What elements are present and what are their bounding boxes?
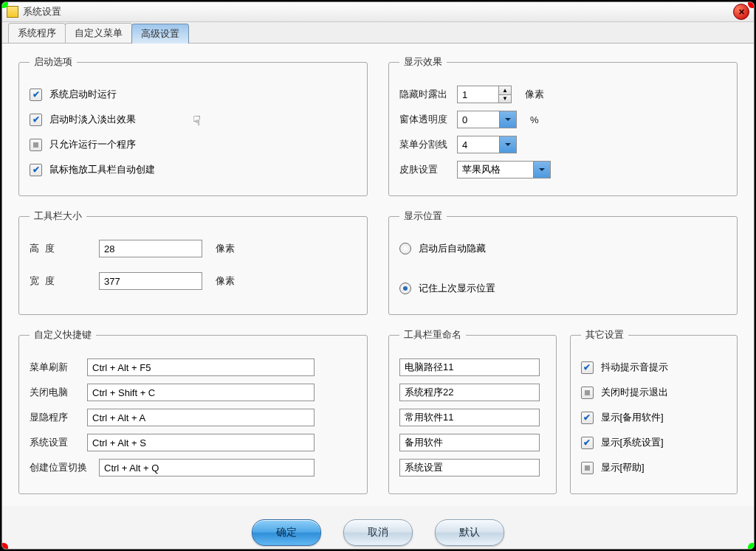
checkbox-show-settings[interactable] xyxy=(581,437,594,449)
divider-combo[interactable]: 4 xyxy=(457,136,517,153)
chevron-down-icon[interactable]: ▼ xyxy=(499,95,511,103)
label-divider: 菜单分割线 xyxy=(399,138,451,151)
group-other: 其它设置 抖动提示音提示 关闭时提示退出 显示[备用软件] 显示[系统设置] xyxy=(570,328,738,494)
checkbox-single-instance[interactable] xyxy=(30,139,42,151)
chevron-down-icon[interactable] xyxy=(533,162,550,178)
group-legend: 启动选项 xyxy=(30,55,77,69)
corner-dot xyxy=(748,543,755,550)
height-input[interactable] xyxy=(99,240,202,257)
checkbox-run-on-start[interactable] xyxy=(30,89,42,101)
divider-value: 4 xyxy=(458,136,499,153)
label-hk-create-switch: 创建位置切换 xyxy=(30,461,93,474)
label-skin: 皮肤设置 xyxy=(399,163,451,176)
label-single-instance: 只允许运行一个程序 xyxy=(49,138,136,151)
checkbox-drag-create[interactable] xyxy=(30,164,42,176)
checkbox-shake-sound[interactable] xyxy=(581,361,594,374)
label-fade: 启动时淡入淡出效果 xyxy=(49,113,136,126)
group-rename: 工具栏重命名 xyxy=(388,328,557,494)
titlebar: 系统设置 ✕ xyxy=(2,2,754,22)
app-icon xyxy=(7,6,18,18)
label-show-help: 显示[帮助] xyxy=(601,461,645,474)
checkbox-confirm-close[interactable] xyxy=(581,387,594,399)
button-bar: 确定 取消 默认 xyxy=(2,506,754,550)
window-title: 系统设置 xyxy=(23,5,61,18)
label-drag-create: 鼠标拖放工具栏自动创建 xyxy=(49,163,155,176)
group-legend: 自定义快捷键 xyxy=(30,328,96,342)
label-height: 高 度 xyxy=(30,242,93,255)
hk-create-switch-input[interactable] xyxy=(99,459,315,477)
label-width: 宽 度 xyxy=(30,274,93,288)
label-remember-position: 记住上次显示位置 xyxy=(419,282,495,295)
label-hk-toggle: 显隐程序 xyxy=(30,411,81,424)
label-confirm-close: 关闭时提示退出 xyxy=(601,386,668,399)
rename-input-1[interactable] xyxy=(399,358,540,376)
group-legend: 其它设置 xyxy=(581,328,628,342)
checkbox-show-backup[interactable] xyxy=(581,412,594,424)
group-size: 工具栏大小 高 度 像素 宽 度 像素 xyxy=(18,209,368,315)
tab-custom-menu[interactable]: 自定义菜单 xyxy=(65,23,132,43)
rename-input-4[interactable] xyxy=(399,434,540,451)
tabstrip: 系统程序 自定义菜单 高级设置 xyxy=(2,22,754,44)
label-show-backup: 显示[备用软件] xyxy=(601,411,664,424)
opacity-value: 0 xyxy=(458,111,499,128)
rename-input-5[interactable] xyxy=(399,459,540,477)
hk-settings-input[interactable] xyxy=(87,434,315,451)
label-show-settings: 显示[系统设置] xyxy=(601,436,664,449)
group-legend: 显示效果 xyxy=(399,55,447,69)
ok-button[interactable]: 确定 xyxy=(252,519,321,546)
label-hk-shutdown: 关闭电脑 xyxy=(30,386,81,399)
corner-dot xyxy=(748,1,755,8)
radio-remember-position[interactable] xyxy=(399,283,411,294)
checkbox-show-help[interactable] xyxy=(581,462,594,474)
hk-shutdown-input[interactable] xyxy=(87,384,315,401)
label-hk-settings: 系统设置 xyxy=(30,436,81,449)
width-input[interactable] xyxy=(99,272,202,290)
skin-combo[interactable]: 苹果风格 xyxy=(457,161,551,179)
chevron-up-icon[interactable]: ▲ xyxy=(499,86,511,95)
group-display: 显示效果 隐藏时露出 ▲ ▼ 像素 窗体透明度 0 xyxy=(388,55,738,196)
close-icon[interactable]: ✕ xyxy=(733,4,749,20)
unit-height: 像素 xyxy=(216,242,235,255)
chevron-down-icon[interactable] xyxy=(499,136,516,153)
label-hk-refresh: 菜单刷新 xyxy=(30,361,81,374)
rename-input-2[interactable] xyxy=(399,384,540,401)
tab-system-programs[interactable]: 系统程序 xyxy=(8,23,66,43)
chevron-down-icon[interactable] xyxy=(499,111,516,128)
group-hotkeys: 自定义快捷键 菜单刷新 关闭电脑 显隐程序 系统设置 创建位置切换 xyxy=(18,328,368,494)
skin-value: 苹果风格 xyxy=(458,162,533,178)
hk-toggle-input[interactable] xyxy=(87,409,315,426)
settings-window: 系统设置 ✕ 系统程序 自定义菜单 高级设置 启动选项 系统启动时运行 启动时淡… xyxy=(1,1,755,550)
group-legend: 工具栏大小 xyxy=(30,209,86,223)
group-startup: 启动选项 系统启动时运行 启动时淡入淡出效果 只允许运行一个程序 鼠标拖放工具栏… xyxy=(18,55,368,196)
hk-refresh-input[interactable] xyxy=(87,358,315,376)
reveal-unit: 像素 xyxy=(525,88,544,101)
spinner-buttons[interactable]: ▲ ▼ xyxy=(498,86,512,103)
opacity-combo[interactable]: 0 xyxy=(457,111,517,128)
label-reveal: 隐藏时露出 xyxy=(399,88,451,101)
tab-advanced-settings[interactable]: 高级设置 xyxy=(131,24,189,44)
corner-dot xyxy=(1,543,8,550)
rename-input-3[interactable] xyxy=(399,409,540,426)
label-opacity: 窗体透明度 xyxy=(399,113,451,126)
radio-autohide[interactable] xyxy=(399,243,411,254)
group-legend: 工具栏重命名 xyxy=(399,328,466,342)
label-autohide: 启动后自动隐藏 xyxy=(419,242,486,255)
unit-width: 像素 xyxy=(216,274,235,288)
cancel-button[interactable]: 取消 xyxy=(343,519,413,546)
reveal-spinner[interactable]: ▲ ▼ xyxy=(457,86,512,103)
checkbox-fade[interactable] xyxy=(30,114,42,126)
content-area: 启动选项 系统启动时运行 启动时淡入淡出效果 只允许运行一个程序 鼠标拖放工具栏… xyxy=(2,44,754,506)
group-legend: 显示位置 xyxy=(399,209,447,223)
opacity-unit: % xyxy=(530,114,539,125)
label-run-on-start: 系统启动时运行 xyxy=(49,88,117,101)
default-button[interactable]: 默认 xyxy=(435,519,504,546)
group-position: 显示位置 启动后自动隐藏 记住上次显示位置 xyxy=(388,209,738,315)
reveal-input[interactable] xyxy=(457,86,498,103)
label-shake-sound: 抖动提示音提示 xyxy=(601,361,668,374)
